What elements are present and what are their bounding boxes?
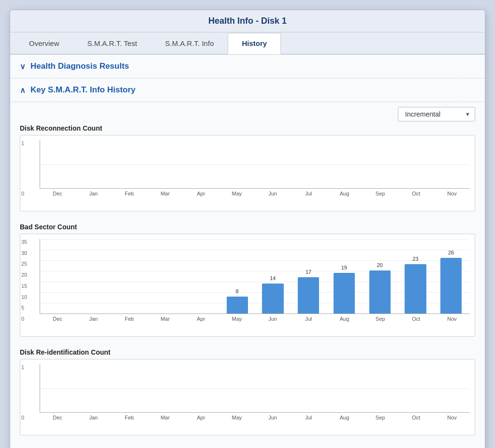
health-diagnosis-header[interactable]: ∨ Health Diagnosis Results bbox=[10, 55, 485, 78]
tab-smart-test[interactable]: S.M.A.R.T. Test bbox=[73, 33, 151, 54]
bar-jul: 17 bbox=[291, 277, 326, 314]
tab-smart-info[interactable]: S.M.A.R.T. Info bbox=[151, 33, 228, 54]
health-info-dialog: Health Info - Disk 1 Overview S.M.A.R.T.… bbox=[10, 10, 485, 448]
bad-sector-chart: Bad Sector Count 35 30 25 20 15 10 5 0 bbox=[20, 223, 475, 337]
chevron-down-icon: ∨ bbox=[20, 62, 26, 71]
bar-oct: 23 bbox=[398, 264, 434, 314]
disk-reconnection-title: Disk Reconnection Count bbox=[20, 124, 475, 132]
bar-sep: 20 bbox=[362, 270, 398, 314]
disk-reconnection-chart: Disk Reconnection Count 1 0 Dec Jan Feb bbox=[20, 124, 475, 211]
bar-jun: 14 bbox=[255, 284, 291, 314]
disk-reidentification-box: 1 0 Dec Jan Feb Mar Apr May Jun Jul bbox=[20, 359, 475, 435]
key-smart-info-title: Key S.M.A.R.T. Info History bbox=[30, 85, 135, 95]
chevron-up-icon: ∧ bbox=[20, 86, 26, 95]
disk-reconnection-inner: 1 0 Dec Jan Feb Mar Apr May Jun bbox=[40, 140, 470, 196]
dialog-title: Health Info - Disk 1 bbox=[10, 10, 485, 32]
disk-reconnection-y-axis: 1 0 bbox=[21, 140, 24, 196]
bad-sector-x-labels: Dec Jan Feb Mar Apr May Jun Jul Aug Sep … bbox=[40, 314, 470, 322]
content-area: ∨ Health Diagnosis Results ∧ Key S.M.A.R… bbox=[10, 55, 485, 448]
view-mode-dropdown[interactable]: Incremental Cumulative bbox=[398, 107, 475, 121]
disk-reidentification-x-labels: Dec Jan Feb Mar Apr May Jun Jul Aug Sep … bbox=[40, 413, 470, 420]
bar-may: 8 bbox=[219, 297, 255, 314]
disk-reconnection-x-labels: Dec Jan Feb Mar Apr May Jun Jul Aug Sep … bbox=[40, 189, 470, 196]
bad-sector-y-axis: 35 30 25 20 15 10 5 0 bbox=[21, 239, 27, 322]
bad-sector-title: Bad Sector Count bbox=[20, 223, 475, 231]
disk-reconnection-box: 1 0 Dec Jan Feb Mar Apr May Jun bbox=[20, 135, 475, 211]
tab-bar: Overview S.M.A.R.T. Test S.M.A.R.T. Info… bbox=[10, 32, 485, 55]
health-diagnosis-title: Health Diagnosis Results bbox=[30, 61, 129, 71]
dropdown-row: Incremental Cumulative bbox=[10, 102, 485, 124]
bar-aug: 19 bbox=[326, 273, 362, 314]
key-smart-info-header[interactable]: ∧ Key S.M.A.R.T. Info History bbox=[10, 78, 485, 102]
incremental-dropdown-wrapper: Incremental Cumulative bbox=[398, 107, 475, 121]
bad-sector-box: 35 30 25 20 15 10 5 0 bbox=[20, 234, 475, 337]
disk-reidentification-y-axis: 1 0 bbox=[21, 364, 24, 420]
bad-sector-inner: 35 30 25 20 15 10 5 0 bbox=[40, 239, 470, 322]
tab-overview[interactable]: Overview bbox=[15, 33, 73, 54]
disk-reidentification-title: Disk Re-identification Count bbox=[20, 348, 475, 356]
disk-reidentification-inner: 1 0 Dec Jan Feb Mar Apr May Jun Jul bbox=[40, 364, 470, 420]
tab-history[interactable]: History bbox=[228, 33, 281, 54]
bar-nov: 26 bbox=[433, 258, 469, 314]
disk-reidentification-chart: Disk Re-identification Count 1 0 Dec Jan… bbox=[20, 348, 475, 435]
